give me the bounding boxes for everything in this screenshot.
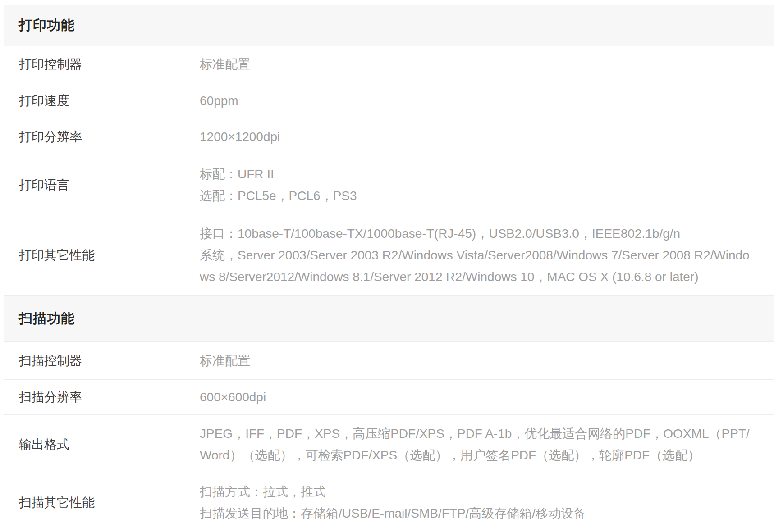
spec-row: 扫描分辨率600×600dpi <box>4 380 774 415</box>
spec-row-label: 打印分辨率 <box>4 119 179 155</box>
spec-row-label: 扫描分辨率 <box>4 380 179 414</box>
spec-row: 打印其它性能接口：10base-T/100base-TX/1000base-T(… <box>4 215 774 296</box>
spec-value-line: 标准配置 <box>200 350 756 372</box>
spec-row-value: 标配：UFR II选配：PCL5e，PCL6，PS3 <box>179 155 774 215</box>
spec-row-value: 1200×1200dpi <box>179 119 774 155</box>
spec-value-line: 系统，Server 2003/Server 2003 R2/Windows Vi… <box>200 245 756 288</box>
spec-row: 打印速度60ppm <box>4 82 774 119</box>
spec-row-value: 接口：10base-T/100base-TX/1000base-T(RJ-45)… <box>179 215 774 295</box>
spec-row-value: 600×600dpi <box>179 380 774 414</box>
spec-value-line: JPEG，IFF，PDF，XPS，高压缩PDF/XPS，PDF A-1b，优化最… <box>200 423 756 466</box>
spec-row-label: 扫描控制器 <box>4 342 179 379</box>
spec-value-line: 600×600dpi <box>200 386 756 408</box>
spec-row-label: 输出格式 <box>4 415 179 474</box>
spec-value-line: 标准配置 <box>200 54 756 75</box>
spec-value-line: 1200×1200dpi <box>200 126 756 148</box>
spec-row-label: 打印语言 <box>4 155 179 215</box>
spec-value-line: 60ppm <box>200 90 756 112</box>
section-header: 扫描功能 <box>4 296 774 342</box>
spec-row-label: 扫描其它性能 <box>4 474 179 531</box>
spec-row-label: 打印其它性能 <box>4 215 179 295</box>
spec-row-value: 扫描方式：拉式，推式扫描发送目的地：存储箱/USB/E-mail/SMB/FTP… <box>179 474 774 531</box>
spec-row-label: 打印速度 <box>4 82 179 119</box>
spec-value-line: 扫描方式：拉式，推式 <box>200 481 756 503</box>
spec-row: 打印语言标配：UFR II选配：PCL5e，PCL6，PS3 <box>4 155 774 215</box>
spec-row-value: 60ppm <box>179 82 774 119</box>
section-header: 打印功能 <box>4 5 774 46</box>
spec-row-label: 打印控制器 <box>4 46 179 82</box>
spec-row: 输出格式JPEG，IFF，PDF，XPS，高压缩PDF/XPS，PDF A-1b… <box>4 415 774 474</box>
spec-value-line: 选配：PCL5e，PCL6，PS3 <box>200 185 756 207</box>
spec-row: 扫描控制器标准配置 <box>4 342 774 380</box>
spec-value-line: 扫描发送目的地：存储箱/USB/E-mail/SMB/FTP/高级存储箱/移动设… <box>200 503 756 524</box>
spec-row: 扫描其它性能扫描方式：拉式，推式扫描发送目的地：存储箱/USB/E-mail/S… <box>4 474 774 531</box>
spec-row-value: 标准配置 <box>179 46 774 82</box>
section-title: 扫描功能 <box>19 309 75 328</box>
spec-value-line: 标配：UFR II <box>200 164 756 185</box>
spec-value-line: 接口：10base-T/100base-TX/1000base-T(RJ-45)… <box>200 223 756 245</box>
spec-row: 打印分辨率1200×1200dpi <box>4 119 774 155</box>
spec-table: 打印功能打印控制器标准配置打印速度60ppm打印分辨率1200×1200dpi打… <box>4 5 774 531</box>
spec-row-value: 标准配置 <box>179 342 774 379</box>
section-title: 打印功能 <box>19 16 75 35</box>
spec-row: 打印控制器标准配置 <box>4 46 774 82</box>
spec-row-value: JPEG，IFF，PDF，XPS，高压缩PDF/XPS，PDF A-1b，优化最… <box>179 415 774 474</box>
